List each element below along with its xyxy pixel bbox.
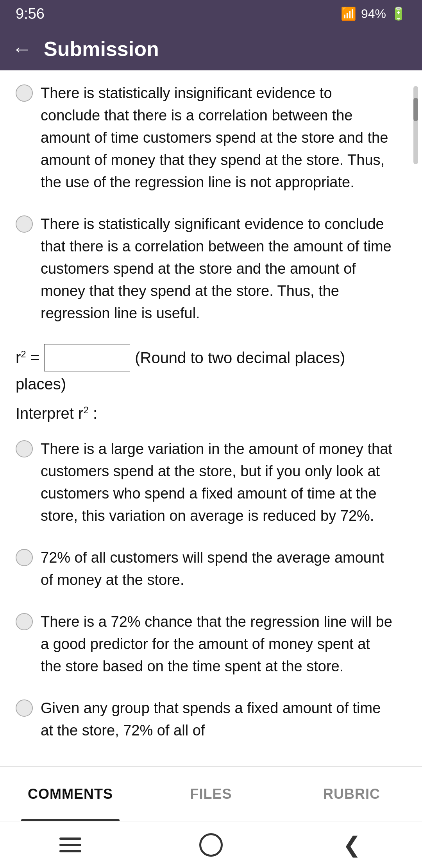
- page-title: Submission: [44, 37, 159, 61]
- list-item[interactable]: There is statistically significant evide…: [16, 213, 406, 325]
- nav-menu-button[interactable]: [55, 829, 86, 861]
- interpret-label: Interpret r2 :: [16, 405, 406, 422]
- home-icon: [199, 833, 223, 857]
- r2-places: places): [16, 375, 66, 393]
- r2-input[interactable]: [44, 344, 130, 371]
- tab-comments[interactable]: COMMENTS: [0, 767, 141, 821]
- radio-option1[interactable]: [16, 84, 33, 102]
- interp1-text: There is a large variation in the amount…: [41, 438, 395, 527]
- radio-interp2[interactable]: [16, 549, 33, 566]
- radio-interp4[interactable]: [16, 699, 33, 717]
- r2-hint: (Round to two decimal places): [135, 349, 345, 367]
- tab-bar: COMMENTS FILES RUBRIC: [0, 766, 422, 821]
- list-item[interactable]: There is statistically insignificant evi…: [16, 82, 406, 194]
- tab-rubric[interactable]: RUBRIC: [281, 767, 422, 821]
- interp2-text: 72% of all customers will spend the aver…: [41, 547, 395, 591]
- list-item[interactable]: There is a large variation in the amount…: [16, 438, 406, 527]
- radio-interp1[interactable]: [16, 440, 33, 457]
- interp3-text: There is a 72% chance that the regressio…: [41, 611, 395, 678]
- list-item[interactable]: Given any group that spends a fixed amou…: [16, 697, 406, 742]
- radio-option2[interactable]: [16, 215, 33, 233]
- list-item[interactable]: There is a 72% chance that the regressio…: [16, 611, 406, 678]
- radio-interp3[interactable]: [16, 613, 33, 630]
- signal-icon: 📶: [341, 6, 356, 21]
- interp4-text: Given any group that spends a fixed amou…: [41, 697, 395, 742]
- option2-text: There is statistically significant evide…: [41, 213, 395, 325]
- status-time: 9:56: [16, 5, 45, 22]
- back-button[interactable]: ←: [12, 39, 32, 59]
- content-area: There is statistically insignificant evi…: [0, 70, 422, 766]
- scroll-thumb[interactable]: [413, 98, 418, 121]
- tab-files[interactable]: FILES: [141, 767, 281, 821]
- nav-back-button[interactable]: ❮: [336, 829, 367, 861]
- menu-icon: [59, 838, 81, 852]
- status-icons: 📶 94% 🔋: [341, 6, 406, 21]
- battery-icon: 🔋: [391, 6, 406, 21]
- r2-label: r2 =: [16, 349, 39, 366]
- status-bar: 9:56 📶 94% 🔋: [0, 0, 422, 27]
- option1-text: There is statistically insignificant evi…: [41, 82, 395, 194]
- list-item[interactable]: 72% of all customers will spend the aver…: [16, 547, 406, 591]
- nav-home-button[interactable]: [195, 829, 227, 861]
- battery-label: 94%: [361, 7, 386, 21]
- back-icon: ❮: [343, 834, 361, 856]
- scrollbar[interactable]: [413, 86, 418, 164]
- r2-row: r2 = (Round to two decimal places): [16, 344, 406, 371]
- content-inner: There is statistically insignificant evi…: [16, 82, 406, 755]
- nav-bar: ❮: [0, 821, 422, 868]
- app-header: ← Submission: [0, 27, 422, 70]
